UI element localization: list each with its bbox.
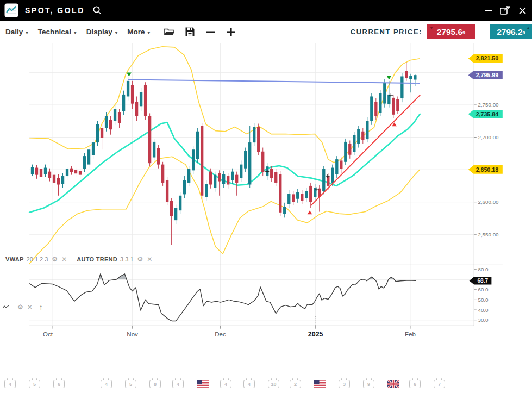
autotrend-settings-gear-icon[interactable]: ⚙ bbox=[137, 255, 143, 263]
calendar-day-icon[interactable]: 4 bbox=[243, 378, 255, 388]
calendar-day-icon[interactable]: 9 bbox=[363, 378, 375, 388]
chart-toolbar: Daily ▾ Technical ▾ Display ▾ More ▾ bbox=[0, 21, 532, 43]
calendar-day-icon[interactable]: 8 bbox=[149, 378, 161, 388]
calendar-flag-uk-icon[interactable] bbox=[387, 378, 399, 388]
svg-text:40.0: 40.0 bbox=[478, 307, 489, 313]
zoom-out-button[interactable] bbox=[205, 27, 216, 38]
calendar-day-icon[interactable]: 6 bbox=[409, 378, 421, 388]
chevron-down-icon: ▾ bbox=[26, 29, 28, 35]
ask-price-pip: 9 bbox=[523, 30, 525, 35]
calendar-flag-us-icon[interactable] bbox=[314, 378, 326, 388]
price-down-arrow-icon: ▼ bbox=[429, 26, 434, 30]
calendar-day-icon[interactable]: 4 bbox=[172, 378, 184, 388]
svg-text:2,795.99: 2,795.99 bbox=[476, 72, 499, 78]
svg-text:2,650.18: 2,650.18 bbox=[476, 166, 499, 173]
calendar-day-icon[interactable]: 4 bbox=[4, 378, 16, 388]
menu-timeframe[interactable]: Daily ▾ bbox=[5, 28, 28, 36]
ask-price-badge: 2796.29 ▲ bbox=[490, 24, 532, 39]
svg-text:2,750.00: 2,750.00 bbox=[478, 102, 499, 108]
calendar-day-icon[interactable]: 6 bbox=[53, 378, 65, 388]
autotrend-indicator-label: AUTO TREND bbox=[77, 256, 117, 263]
bid-price-pip: 9 bbox=[462, 30, 465, 35]
svg-text:80.0: 80.0 bbox=[478, 266, 489, 272]
calendar-day-icon[interactable]: 7 bbox=[434, 378, 446, 388]
svg-text:2025: 2025 bbox=[308, 330, 323, 338]
economic-calendar-row: 4564584 44102 39 67 bbox=[0, 378, 532, 391]
chevron-down-icon: ▾ bbox=[147, 29, 150, 35]
menu-more-label: More bbox=[127, 28, 145, 36]
vwap-indicator-params: 20 1 2 3 bbox=[27, 256, 48, 263]
menu-more[interactable]: More ▾ bbox=[127, 28, 150, 36]
popout-window-button[interactable] bbox=[500, 5, 511, 15]
svg-text:Nov: Nov bbox=[127, 331, 138, 338]
squiggle-icon bbox=[2, 304, 9, 310]
menu-display-label: Display bbox=[86, 28, 112, 36]
svg-text:60.0: 60.0 bbox=[478, 286, 489, 292]
menu-display[interactable]: Display ▾ bbox=[86, 28, 118, 36]
open-layout-folder-icon[interactable] bbox=[163, 27, 175, 37]
save-layout-icon[interactable] bbox=[185, 27, 195, 37]
search-icon[interactable] bbox=[92, 5, 102, 15]
autotrend-indicator-params: 3 3 1 bbox=[120, 256, 133, 263]
chevron-down-icon: ▾ bbox=[74, 29, 77, 35]
menu-technical[interactable]: Technical ▾ bbox=[38, 28, 77, 36]
calendar-day-icon[interactable]: 4 bbox=[101, 378, 112, 388]
minimize-button[interactable] bbox=[485, 7, 492, 14]
rsi-settings-gear-icon[interactable]: ⚙ bbox=[17, 303, 23, 311]
chevron-down-icon: ▾ bbox=[115, 29, 118, 35]
current-price-group: CURRENT PRICE: ▼ 2795.69 2796.29 ▲ bbox=[351, 24, 532, 39]
price-chart[interactable]: 2,800.002,750.002,700.002,600.002,550.00… bbox=[0, 43, 532, 393]
vwap-settings-gear-icon[interactable]: ⚙ bbox=[52, 255, 58, 263]
svg-text:50.0: 50.0 bbox=[478, 297, 489, 303]
bid-price-value: 2795.6 bbox=[437, 27, 462, 37]
price-up-arrow-icon: ▲ bbox=[526, 26, 530, 30]
calendar-day-icon[interactable]: 2 bbox=[290, 378, 302, 388]
menu-timeframe-label: Daily bbox=[5, 28, 23, 36]
calendar-day-icon[interactable]: 5 bbox=[125, 378, 137, 388]
app-logo-icon bbox=[4, 3, 18, 17]
calendar-flag-us-icon[interactable] bbox=[197, 378, 209, 388]
symbol-title: SPOT, GOLD bbox=[25, 6, 85, 15]
bid-price-badge: ▼ 2795.69 bbox=[427, 24, 475, 39]
svg-text:Oct: Oct bbox=[43, 331, 53, 338]
current-price-label: CURRENT PRICE: bbox=[351, 28, 422, 36]
svg-text:Feb: Feb bbox=[405, 331, 416, 338]
ask-price-value: 2796.2 bbox=[497, 27, 522, 37]
svg-text:2,700.00: 2,700.00 bbox=[478, 134, 499, 140]
calendar-day-icon[interactable]: 3 bbox=[339, 378, 351, 388]
svg-text:2,550.00: 2,550.00 bbox=[478, 232, 499, 238]
svg-text:68.7: 68.7 bbox=[477, 278, 488, 284]
svg-text:2,600.00: 2,600.00 bbox=[478, 199, 499, 205]
svg-text:2,735.84: 2,735.84 bbox=[476, 111, 499, 117]
svg-text:2,821.50: 2,821.50 bbox=[476, 55, 499, 61]
window-titlebar: SPOT, GOLD bbox=[0, 0, 532, 21]
svg-text:Dec: Dec bbox=[215, 331, 226, 338]
calendar-day-icon[interactable]: 4 bbox=[220, 378, 232, 388]
vwap-remove-icon[interactable]: ✕ bbox=[61, 255, 67, 263]
rsi-collapse-arrow-icon[interactable]: ↑ bbox=[39, 303, 43, 311]
calendar-day-icon[interactable]: 5 bbox=[29, 378, 41, 388]
calendar-day-icon[interactable]: 10 bbox=[268, 378, 280, 388]
close-button[interactable] bbox=[518, 7, 527, 15]
zoom-in-button[interactable] bbox=[226, 27, 236, 38]
menu-technical-label: Technical bbox=[38, 28, 71, 36]
autotrend-remove-icon[interactable]: ✕ bbox=[147, 255, 152, 263]
rsi-remove-icon[interactable]: ✕ bbox=[27, 303, 33, 311]
vwap-indicator-label: VWAP bbox=[5, 256, 24, 263]
svg-text:30.0: 30.0 bbox=[478, 317, 489, 323]
